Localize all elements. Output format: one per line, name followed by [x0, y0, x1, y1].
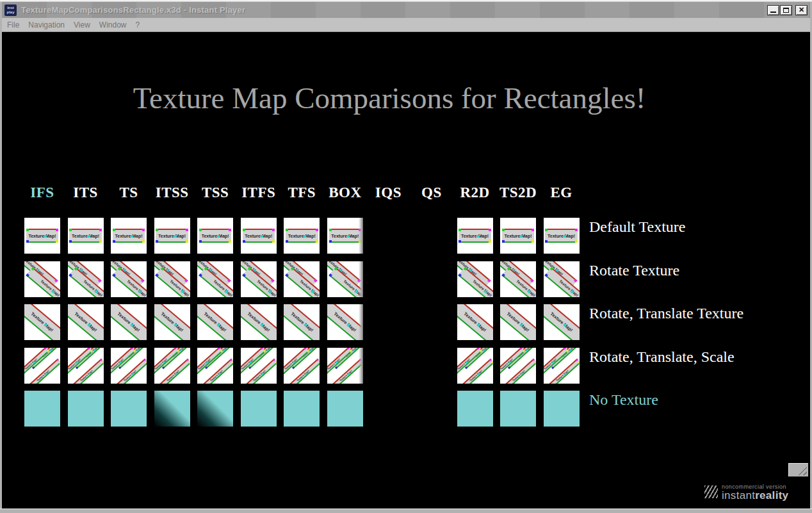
texture-label: Texture Map!	[548, 234, 575, 238]
texture-banner: Texture Map!	[243, 229, 275, 242]
texture-corner-marker-tr	[271, 279, 275, 282]
column-header-r2d: R2D	[453, 184, 497, 201]
texture-corner-marker-br	[492, 361, 493, 364]
menu-item-[interactable]: ?	[131, 20, 145, 29]
texture-thumbnail-ts-no-texture	[111, 391, 147, 427]
texture-corner-marker-tr	[217, 348, 220, 350]
title-bar[interactable]: inst play TextureMapComparisonsRectangle…	[2, 2, 810, 18]
texture-label: Texture Map!	[158, 234, 186, 238]
texture-label: Texture Map!	[115, 234, 143, 238]
texture-corner-marker-tl	[156, 229, 158, 231]
texture-banner: Texture Map!	[327, 304, 363, 340]
texture-corner-marker-tl	[118, 267, 122, 271]
texture-corner-marker-br	[362, 361, 363, 364]
texture-label: Texture Map!	[299, 279, 320, 297]
texture-label: Texture Map!	[506, 311, 530, 332]
texture-corner-marker-br	[359, 240, 361, 243]
texture-label: Texture Map!	[28, 234, 56, 238]
menu-item-file[interactable]: File	[3, 20, 24, 29]
texture-banner: Texture Map!	[459, 229, 491, 242]
texture-corner-marker-tl	[113, 229, 115, 231]
texture-corner-marker-tr	[489, 359, 492, 361]
resize-grip[interactable]	[788, 463, 808, 476]
texture-corner-marker-tr	[347, 348, 350, 350]
texture-thumbnail-box-no-texture	[327, 391, 363, 427]
texture-thumbnail-itfs-rotate: Texture Map!Texture Map!	[241, 261, 277, 297]
texture-banner: Texture Map!	[69, 229, 101, 242]
texture-banner: Texture Map!	[329, 229, 361, 242]
texture-corner-marker-br	[232, 361, 233, 364]
texture-thumbnail-box-default: Texture Map!	[327, 218, 363, 254]
texture-corner-marker-br	[275, 361, 277, 364]
texture-corner-marker-bl	[26, 240, 29, 243]
minimize-button[interactable]	[767, 5, 779, 15]
texture-thumbnail-ifs-no-texture	[24, 391, 60, 427]
texture-corner-marker-c	[293, 361, 295, 363]
texture-thumbnail-tss-no-texture	[197, 391, 233, 427]
texture-corner-marker-c	[526, 349, 528, 352]
texture-thumbnail-itss-default: Texture Map!	[154, 218, 190, 254]
texture-corner-marker-br	[316, 240, 318, 243]
texture-corner-marker-tl	[329, 229, 332, 231]
texture-thumbnail-ts2d-rotate-translate-scale: Texture Map!Texture Map!Texture Map!	[500, 348, 536, 384]
column-header-box: BOX	[323, 184, 367, 201]
texture-thumbnail-itss-rotate: Texture Map!Texture Map!	[154, 261, 190, 297]
menu-item-view[interactable]: View	[69, 20, 95, 29]
texture-thumbnail-r2d-rotate-translate-scale: Texture Map!Texture Map!Texture Map!	[457, 348, 493, 384]
close-icon: ✕	[799, 6, 804, 13]
texture-label: Texture Map!	[117, 311, 140, 332]
texture-label: Texture Map!	[288, 234, 316, 238]
texture-corner-marker-tr	[184, 279, 188, 282]
texture-label: Texture Map!	[516, 279, 536, 297]
texture-thumbnail-itfs-default: Texture Map!	[241, 218, 277, 254]
texture-corner-marker-tr	[359, 359, 362, 361]
texture-label: Texture Map!	[79, 370, 93, 382]
column-header-ts2d: TS2D	[496, 184, 540, 201]
texture-label: Texture Map!	[213, 279, 233, 297]
maximize-button[interactable]	[780, 5, 792, 15]
texture-label: Texture Map!	[343, 279, 363, 297]
texture-thumbnail-eg-rotate: Texture Map!Texture Map!	[544, 261, 580, 297]
texture-label: Texture Map!	[40, 279, 60, 297]
texture-banner: Texture Map!	[197, 304, 233, 340]
row-label-rotate: Rotate Texture	[589, 262, 679, 279]
texture-corner-marker-br	[578, 361, 580, 364]
menu-bar: FileNavigationViewWindow?	[2, 18, 810, 32]
texture-corner-marker-tl	[199, 229, 202, 231]
texture-label: Texture Map!	[245, 234, 272, 238]
texture-corner-marker-br	[489, 240, 491, 243]
texture-banner: Texture Map!	[457, 304, 493, 340]
viewport-3d[interactable]: Texture Map Comparisons for Rectangles! …	[2, 32, 810, 509]
texture-thumbnail-itfs-rotate-translate: Texture Map!	[241, 304, 277, 340]
texture-corner-marker-tr	[88, 348, 90, 350]
texture-corner-marker-bl	[501, 273, 505, 277]
texture-corner-marker-bl	[156, 273, 159, 277]
texture-corner-marker-c	[44, 235, 47, 238]
texture-label: Texture Map!	[256, 279, 276, 297]
texture-corner-marker-c	[175, 373, 177, 375]
texture-corner-marker-bl	[156, 240, 158, 243]
branding: noncommercial version instantreality	[704, 484, 788, 501]
row-label-rotate-translate-scale: Rotate, Translate, Scale	[589, 348, 735, 366]
texture-corner-marker-tr	[131, 348, 133, 350]
texture-corner-marker-br	[99, 240, 102, 243]
texture-corner-marker-tr	[143, 359, 145, 361]
texture-thumbnail-its-rotate-translate-scale: Texture Map!Texture Map!Texture Map!	[68, 348, 104, 384]
menu-item-navigation[interactable]: Navigation	[24, 20, 69, 29]
app-icon[interactable]: inst play	[4, 4, 17, 16]
branding-text: noncommercial version instantreality	[722, 484, 788, 501]
texture-label: Texture Map!	[469, 370, 483, 382]
texture-corner-marker-br	[272, 240, 275, 243]
texture-corner-marker-br	[142, 240, 145, 243]
texture-corner-marker-br	[532, 240, 534, 243]
texture-corner-marker-tr	[575, 229, 578, 231]
close-button[interactable]: ✕	[795, 5, 808, 15]
texture-thumbnail-eg-default: Texture Map!	[544, 218, 580, 254]
texture-thumbnail-r2d-no-texture	[457, 391, 493, 427]
column-header-qs: QS	[410, 184, 453, 201]
texture-thumbnail-box-rotate-translate: Texture Map!	[327, 304, 363, 340]
texture-corner-marker-tr	[530, 279, 534, 282]
menu-item-window[interactable]: Window	[95, 20, 131, 29]
texture-corner-marker-tr	[100, 359, 102, 361]
texture-thumbnail-itss-no-texture	[154, 391, 190, 427]
